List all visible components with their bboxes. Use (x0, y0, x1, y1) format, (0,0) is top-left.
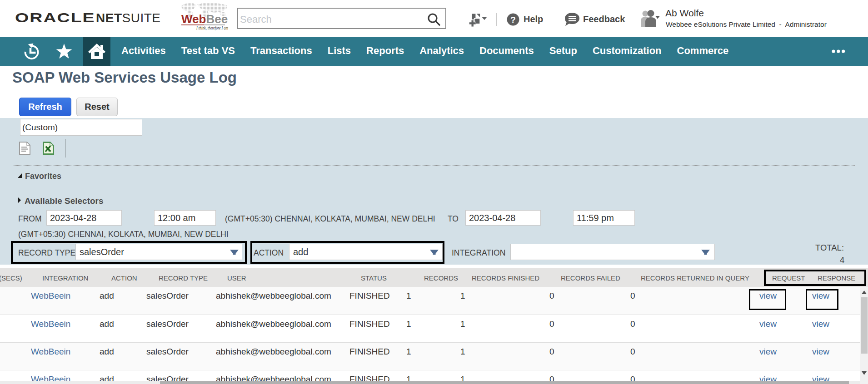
svg-text:?: ? (510, 15, 516, 25)
svg-text:WebBee: WebBee (181, 12, 228, 26)
svg-text:I think, therefore I am: I think, therefore I am (196, 25, 228, 30)
